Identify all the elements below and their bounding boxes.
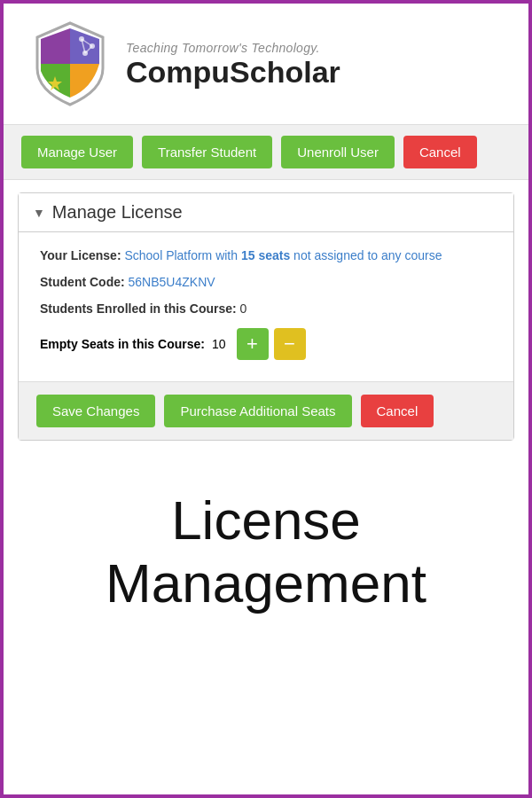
empty-seats-row: Empty Seats in this Course: 10 + − <box>40 328 492 360</box>
decrease-seats-button[interactable]: − <box>274 328 306 360</box>
header: Teaching Tomorrow's Technology. CompuSch… <box>4 4 528 124</box>
logo-brand: CompuScholar <box>126 57 340 87</box>
action-cancel-button[interactable]: Cancel <box>361 395 434 427</box>
logo-text: Teaching Tomorrow's Technology. CompuSch… <box>126 41 340 87</box>
toolbar: Manage User Transfer Student Unenroll Us… <box>4 124 528 180</box>
brand-part2: Scholar <box>230 55 340 89</box>
purchase-seats-button[interactable]: Purchase Additional Seats <box>164 395 351 427</box>
empty-seats-value: 10 <box>212 337 226 351</box>
section-body: Your License: School Platform with 15 se… <box>19 232 513 381</box>
enrolled-label: Students Enrolled in this Course: <box>40 301 237 316</box>
manage-user-button[interactable]: Manage User <box>21 136 133 168</box>
increase-seats-button[interactable]: + <box>237 328 269 360</box>
manage-license-panel: ▼ Manage License Your License: School Pl… <box>18 192 514 441</box>
enrolled-row: Students Enrolled in this Course: 0 <box>40 301 492 316</box>
save-changes-button[interactable]: Save Changes <box>36 395 155 427</box>
enrolled-value: 0 <box>240 301 247 316</box>
license-management-title: License Management <box>4 453 528 633</box>
toolbar-cancel-button[interactable]: Cancel <box>403 136 477 168</box>
unenroll-user-button[interactable]: Unenroll User <box>281 136 395 168</box>
license-row: Your License: School Platform with 15 se… <box>40 248 492 262</box>
license-label: Your License: <box>40 248 121 262</box>
student-code-label: Student Code: <box>40 275 125 289</box>
transfer-student-button[interactable]: Transfer Student <box>142 136 272 168</box>
empty-seats-label: Empty Seats in this Course: <box>40 337 205 351</box>
student-code-row: Student Code: 56NB5U4ZKNV <box>40 275 492 289</box>
license-value: School Platform with 15 seats not assign… <box>124 248 442 262</box>
action-bar: Save Changes Purchase Additional Seats C… <box>19 381 513 440</box>
brand-part1: Compu <box>126 55 230 89</box>
logo-tagline: Teaching Tomorrow's Technology. <box>126 41 340 55</box>
student-code-value: 56NB5U4ZKNV <box>129 275 215 289</box>
compuscholar-logo-icon <box>30 20 110 108</box>
section-title: Manage License <box>52 202 183 223</box>
collapse-icon[interactable]: ▼ <box>33 206 45 220</box>
section-header: ▼ Manage License <box>19 193 513 232</box>
